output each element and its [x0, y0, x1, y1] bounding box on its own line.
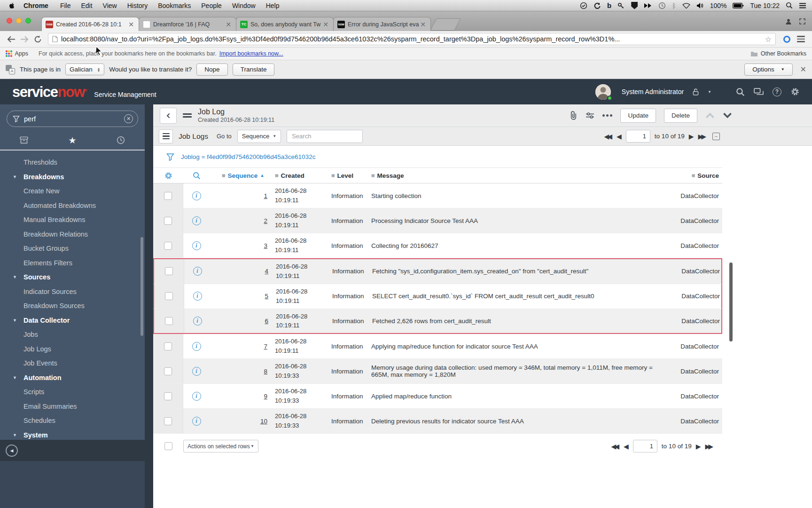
column-header-sequence[interactable]: ≡Sequence▲: [210, 172, 268, 179]
user-menu[interactable]: System Administrator: [622, 88, 684, 95]
browser-tab[interactable]: TC So, does anybody want Tw ✕: [236, 17, 334, 31]
clear-filter-icon[interactable]: ✕: [124, 114, 133, 123]
column-header-message[interactable]: ≡Message: [367, 172, 666, 179]
new-tab-button[interactable]: [430, 18, 461, 31]
info-icon[interactable]: i: [193, 267, 202, 276]
next-record-icon[interactable]: [723, 112, 732, 119]
tab-all-applications[interactable]: [0, 131, 48, 150]
record-context-menu-icon[interactable]: [183, 113, 192, 118]
info-icon[interactable]: i: [192, 241, 201, 250]
menubar-menu[interactable]: Chrome: [18, 2, 55, 9]
prev-page-icon[interactable]: ◀: [624, 443, 629, 450]
sequence-link[interactable]: 6: [265, 318, 268, 325]
spotlight-icon[interactable]: [786, 2, 793, 9]
record-back-button[interactable]: [160, 108, 177, 124]
sidebar-item[interactable]: ▼ Create New: [0, 184, 145, 198]
time-machine-icon[interactable]: [658, 2, 666, 9]
bluetooth-icon[interactable]: ᛒ: [672, 2, 676, 9]
settings-gear-icon[interactable]: [790, 87, 800, 96]
tab-history[interactable]: [96, 131, 145, 150]
status-b-icon[interactable]: b: [607, 1, 611, 9]
status-key-icon[interactable]: [617, 2, 625, 9]
row-checkbox[interactable]: [164, 417, 172, 425]
tab-close-icon[interactable]: ✕: [225, 21, 232, 28]
wifi-icon[interactable]: [682, 2, 690, 8]
info-icon[interactable]: i: [192, 367, 201, 376]
section-collapse-icon[interactable]: ▼: [13, 433, 23, 437]
menubar-menu[interactable]: People: [196, 2, 227, 9]
content-scrollbar[interactable]: [729, 262, 733, 341]
sequence-link[interactable]: 5: [265, 293, 268, 300]
next-page-icon[interactable]: ▶: [696, 443, 701, 450]
column-header-level[interactable]: ≡Level: [327, 172, 367, 179]
sidebar-item[interactable]: ▼ Job Logs: [0, 342, 145, 357]
sequence-link[interactable]: 10: [260, 418, 267, 425]
apps-icon[interactable]: [6, 50, 12, 57]
zoom-window-button[interactable]: [25, 18, 31, 24]
options-button[interactable]: Options ▼: [744, 64, 792, 76]
sidebar-item[interactable]: ▼ Data Collector: [0, 313, 145, 328]
browser-tab[interactable]: now Error during JavaScript eva ✕: [333, 17, 431, 31]
menubar-menu[interactable]: File: [55, 2, 76, 9]
info-icon[interactable]: i: [192, 216, 201, 225]
status-check-icon[interactable]: [580, 2, 587, 9]
row-checkbox[interactable]: [164, 367, 172, 375]
personalize-form-icon[interactable]: [586, 112, 594, 119]
sidebar-item[interactable]: ▼ Thresholds: [0, 155, 145, 170]
translate-close-icon[interactable]: ✕: [800, 65, 806, 74]
search-field-select[interactable]: Sequence ▼: [237, 130, 281, 143]
column-header-source[interactable]: ≡Source: [666, 172, 722, 179]
connect-chat-icon[interactable]: [754, 88, 764, 96]
menubar-menu[interactable]: Edit: [76, 2, 97, 9]
navigator-filter-input[interactable]: [24, 115, 124, 123]
row-checkbox[interactable]: [165, 267, 173, 275]
import-bookmarks-link[interactable]: Import bookmarks now...: [219, 50, 283, 57]
row-checkbox[interactable]: [164, 192, 172, 200]
column-menu-icon[interactable]: ≡: [275, 172, 279, 179]
sequence-link[interactable]: 1: [264, 192, 267, 199]
row-checkbox[interactable]: [164, 392, 172, 400]
minimize-window-button[interactable]: [16, 18, 22, 24]
select-all-checkbox[interactable]: [164, 442, 172, 450]
filter-breadcrumb-link[interactable]: Joblog = f4ed0f99d7546200b96d45a3ce61032…: [181, 153, 315, 160]
update-button[interactable]: Update: [620, 109, 656, 123]
reload-button[interactable]: [31, 32, 44, 46]
last-page-icon[interactable]: ▶▶: [698, 133, 706, 140]
column-menu-icon[interactable]: ≡: [371, 172, 375, 179]
sequence-link[interactable]: 2: [264, 217, 267, 224]
sidebar-item[interactable]: ▼ Job Events: [0, 356, 145, 371]
info-icon[interactable]: i: [192, 392, 201, 401]
chrome-menu-icon[interactable]: [794, 32, 807, 46]
previous-record-icon[interactable]: [705, 112, 715, 119]
menubar-menu[interactable]: History: [122, 2, 153, 9]
user-caret-icon[interactable]: ▼: [708, 90, 711, 94]
list-gear-icon[interactable]: [164, 171, 173, 180]
sidebar-item[interactable]: ▼ Bucket Groups: [0, 241, 145, 256]
sequence-link[interactable]: 7: [264, 343, 267, 350]
row-checkbox[interactable]: [164, 217, 172, 225]
info-icon[interactable]: i: [192, 417, 201, 426]
column-menu-icon[interactable]: ≡: [692, 172, 695, 179]
column-header-created[interactable]: ≡Created: [268, 172, 327, 179]
row-checkbox[interactable]: [164, 342, 172, 350]
close-window-button[interactable]: [7, 18, 12, 24]
first-page-icon[interactable]: ◀◀: [611, 443, 620, 450]
info-icon[interactable]: i: [193, 317, 202, 325]
sidebar-item[interactable]: ▼ Jobs: [0, 327, 145, 342]
sidebar-item[interactable]: ▼ Automation: [0, 371, 145, 385]
breadcrumb-funnel-icon[interactable]: [166, 153, 174, 161]
menubar-menu[interactable]: Help: [261, 2, 285, 9]
extension-icon[interactable]: [783, 36, 790, 43]
info-icon[interactable]: i: [192, 191, 201, 200]
sequence-link[interactable]: 4: [265, 268, 268, 275]
list-context-menu-icon[interactable]: [159, 129, 173, 143]
page-number-input[interactable]: [626, 130, 650, 143]
back-button[interactable]: [5, 32, 18, 46]
prev-page-icon[interactable]: ◀: [617, 133, 622, 140]
sequence-link[interactable]: 8: [264, 368, 267, 375]
tab-close-icon[interactable]: ✕: [127, 21, 135, 28]
avatar[interactable]: [595, 84, 611, 100]
sidebar-scrollbar[interactable]: [141, 237, 143, 336]
navigator-filter[interactable]: ✕: [7, 111, 138, 127]
page-number-input[interactable]: [633, 440, 657, 452]
